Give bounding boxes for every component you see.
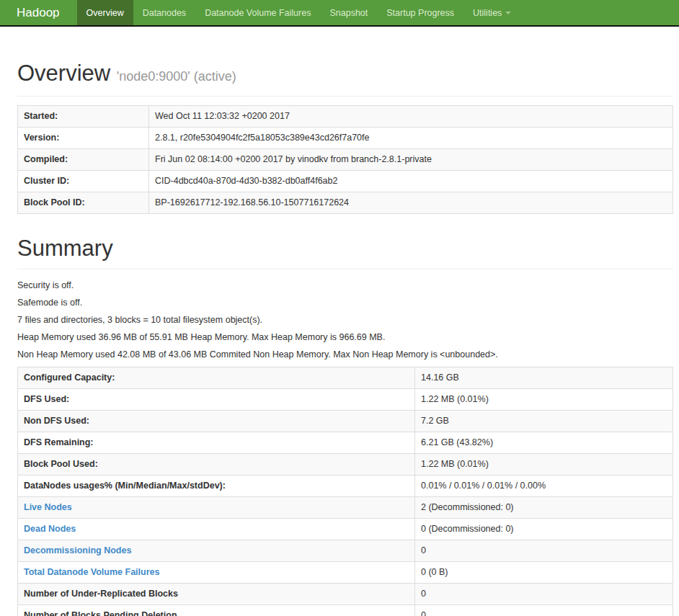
row-label: Block Pool ID: xyxy=(18,192,149,214)
nav-item-overview: Overview xyxy=(77,0,133,25)
row-value: 0 xyxy=(415,605,673,616)
summary-non-heap-memory: Non Heap Memory used 42.08 MB of 43.06 M… xyxy=(17,349,673,360)
row-value: BP-1692617712-192.168.56.10-150771617262… xyxy=(149,192,673,214)
row-value: 2.8.1, r20fe5304904fc2f5a18053c389e43cd2… xyxy=(149,128,673,149)
page-title: Overview 'node0:9000' (active) xyxy=(17,61,673,86)
row-value: CID-4dbcd40a-870d-4d30-b382-db0aff4f6ab2 xyxy=(149,171,673,192)
navbar-menu: Overview Datanodes Datanode Volume Failu… xyxy=(71,0,521,25)
row-value: 2 (Decommissioned: 0) xyxy=(415,497,673,519)
table-row: Block Pool Used: 1.22 MB (0.01%) xyxy=(18,454,673,476)
row-value: 1.22 MB (0.01%) xyxy=(415,389,673,411)
row-label: Configured Capacity: xyxy=(18,367,415,389)
nav-item-snapshot: Snapshot xyxy=(320,0,377,25)
summary-security-status: Security is off. xyxy=(17,280,673,290)
nav-link-utilities-label: Utilities xyxy=(473,8,502,18)
overview-info-table: Started: Wed Oct 11 12:03:32 +0200 2017 … xyxy=(17,105,673,214)
table-row: Compiled: Fri Jun 02 08:14:00 +0200 2017… xyxy=(18,149,673,171)
nav-link-startup-progress[interactable]: Startup Progress xyxy=(377,0,463,25)
total-datanode-volume-failures-link[interactable]: Total Datanode Volume Failures xyxy=(24,567,159,577)
row-value: 6.21 GB (43.82%) xyxy=(415,432,673,454)
nav-item-datanodes: Datanodes xyxy=(133,0,195,25)
hadoop-brand[interactable]: Hadoop xyxy=(0,0,71,25)
summary-heading: Summary xyxy=(17,236,673,262)
summary-divider xyxy=(17,269,673,269)
caret-down-icon xyxy=(505,12,511,14)
table-row: DataNodes usages% (Min/Median/Max/stdDev… xyxy=(18,476,673,497)
row-value: 0 xyxy=(415,540,673,562)
nav-link-datanode-volume-failures[interactable]: Datanode Volume Failures xyxy=(195,0,320,25)
table-row: Non DFS Used: 7.2 GB xyxy=(18,411,673,432)
row-value: 0.01% / 0.01% / 0.01% / 0.00% xyxy=(415,476,673,497)
title-divider xyxy=(17,96,673,97)
row-value: 14.16 GB xyxy=(415,367,673,389)
table-row: Total Datanode Volume Failures 0 (0 B) xyxy=(18,562,673,584)
row-label: Number of Under-Replicated Blocks xyxy=(18,584,415,605)
table-row: Block Pool ID: BP-1692617712-192.168.56.… xyxy=(18,192,673,214)
row-value: 1.22 MB (0.01%) xyxy=(415,454,673,476)
row-label: Block Pool Used: xyxy=(18,454,415,476)
table-row: Decommissioning Nodes 0 xyxy=(18,540,673,562)
dead-nodes-link[interactable]: Dead Nodes xyxy=(24,524,76,534)
row-label: Started: xyxy=(18,106,149,128)
table-row: DFS Remaining: 6.21 GB (43.82%) xyxy=(18,432,673,454)
row-label: Non DFS Used: xyxy=(18,411,415,432)
table-row: Dead Nodes 0 (Decommissioned: 0) xyxy=(18,519,673,540)
nav-item-startup-progress: Startup Progress xyxy=(377,0,463,25)
page-subtitle: 'node0:9000' (active) xyxy=(117,69,236,84)
table-row: Live Nodes 2 (Decommissioned: 0) xyxy=(18,497,673,519)
nav-link-snapshot[interactable]: Snapshot xyxy=(320,0,377,25)
row-value: 0 (Decommissioned: 0) xyxy=(415,519,673,540)
row-label: DFS Used: xyxy=(18,389,415,411)
table-row: DFS Used: 1.22 MB (0.01%) xyxy=(18,389,673,411)
row-label: Cluster ID: xyxy=(18,171,149,192)
summary-safemode-status: Safemode is off. xyxy=(17,298,673,308)
row-value: 0 (0 B) xyxy=(415,562,673,584)
top-navbar: Hadoop Overview Datanodes Datanode Volum… xyxy=(0,0,679,27)
table-row: Number of Blocks Pending Deletion 0 xyxy=(18,605,673,616)
nav-item-utilities: Utilities xyxy=(463,0,520,25)
row-label: DataNodes usages% (Min/Median/Max/stdDev… xyxy=(18,476,415,497)
row-label: Version: xyxy=(18,128,149,149)
row-label: Compiled: xyxy=(18,149,149,171)
table-row: Version: 2.8.1, r20fe5304904fc2f5a18053c… xyxy=(18,128,673,149)
row-label: Number of Blocks Pending Deletion xyxy=(18,605,415,616)
nav-item-datanode-volume-failures: Datanode Volume Failures xyxy=(195,0,320,25)
table-row: Configured Capacity: 14.16 GB xyxy=(18,367,673,389)
row-value: Fri Jun 02 08:14:00 +0200 2017 by vinodk… xyxy=(149,149,673,171)
row-value: Wed Oct 11 12:03:32 +0200 2017 xyxy=(149,106,673,128)
summary-filesystem-objects: 7 files and directories, 3 blocks = 10 t… xyxy=(17,315,673,325)
nav-link-datanodes[interactable]: Datanodes xyxy=(133,0,195,25)
live-nodes-link[interactable]: Live Nodes xyxy=(24,502,72,512)
summary-heap-memory: Heap Memory used 36.96 MB of 55.91 MB He… xyxy=(17,332,673,342)
row-value: 7.2 GB xyxy=(415,411,673,432)
nav-link-overview[interactable]: Overview xyxy=(77,0,133,25)
decommissioning-nodes-link[interactable]: Decommissioning Nodes xyxy=(24,545,131,555)
row-value: 0 xyxy=(415,584,673,605)
row-label: DFS Remaining: xyxy=(18,432,415,454)
main-content: Overview 'node0:9000' (active) Started: … xyxy=(17,61,673,616)
nav-link-utilities-dropdown[interactable]: Utilities xyxy=(463,0,520,25)
table-row: Cluster ID: CID-4dbcd40a-870d-4d30-b382-… xyxy=(18,171,673,192)
page-title-text: Overview xyxy=(17,61,110,86)
table-row: Started: Wed Oct 11 12:03:32 +0200 2017 xyxy=(18,106,673,128)
cluster-summary-table: Configured Capacity: 14.16 GB DFS Used: … xyxy=(17,367,673,616)
table-row: Number of Under-Replicated Blocks 0 xyxy=(18,584,673,605)
